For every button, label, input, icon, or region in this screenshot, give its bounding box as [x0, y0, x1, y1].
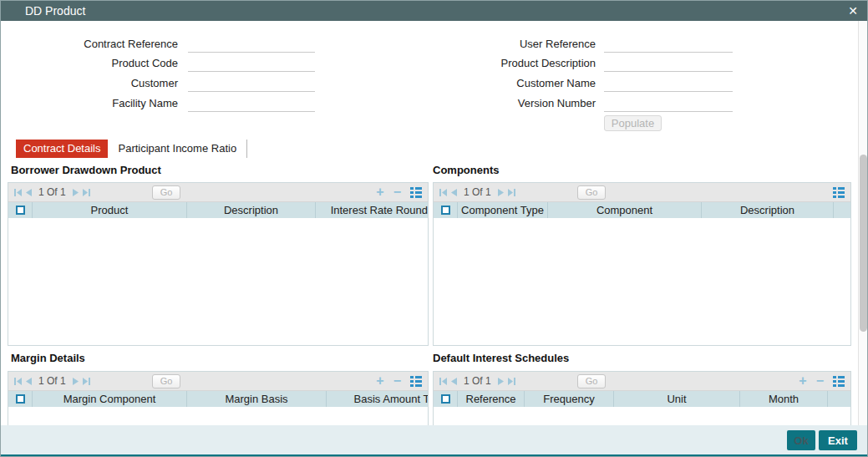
select-all-checkbox[interactable] [16, 394, 25, 404]
customer-name-field[interactable] [604, 79, 733, 92]
column-header-spacer [833, 202, 850, 218]
version-number-field[interactable] [604, 99, 733, 112]
select-all-checkbox[interactable] [16, 206, 25, 215]
column-header-margin-component: Margin Component [32, 391, 186, 407]
grid-view-icon[interactable] [410, 187, 422, 198]
remove-row-icon[interactable]: − [393, 185, 401, 199]
grid-toolbar: 1 Of 1 Go + − [8, 372, 428, 391]
grid-action-icons [833, 187, 845, 198]
remove-row-icon[interactable]: − [816, 374, 824, 388]
grid-action-icons: + − [376, 185, 422, 199]
go-button[interactable]: Go [152, 185, 180, 200]
header-checkbox-cell [8, 202, 32, 218]
first-page-icon[interactable] [14, 378, 22, 385]
select-all-checkbox[interactable] [441, 206, 450, 215]
grid-header-row: Component Type Component Description [434, 202, 850, 218]
first-page-icon[interactable] [14, 189, 22, 196]
grid-action-icons: + − [376, 374, 422, 388]
grid-toolbar: 1 Of 1 Go + − [434, 372, 850, 391]
customer-field[interactable] [188, 79, 315, 92]
customer-label: Customer [11, 77, 178, 90]
next-page-icon[interactable] [498, 378, 504, 385]
next-page-icon[interactable] [73, 378, 79, 385]
grid-view-icon[interactable] [833, 376, 845, 387]
product-code-field[interactable] [188, 58, 315, 72]
header-checkbox-cell [8, 391, 32, 407]
first-page-icon[interactable] [439, 189, 447, 196]
product-code-label: Product Code [11, 57, 178, 70]
grid-toolbar: 1 Of 1 Go [434, 183, 850, 202]
column-header-component: Component [547, 202, 701, 218]
header-checkbox-cell [434, 391, 457, 407]
grid-body[interactable] [434, 218, 850, 345]
exit-button[interactable]: Exit [819, 430, 857, 450]
go-button[interactable]: Go [152, 374, 180, 388]
previous-page-icon[interactable] [26, 189, 32, 196]
last-page-icon[interactable] [83, 189, 90, 196]
section-title-borrower-drawdown-product: Borrower Drawdown Product [11, 164, 161, 176]
last-page-icon[interactable] [508, 378, 515, 385]
add-row-icon[interactable]: + [376, 185, 383, 199]
version-number-label: Version Number [429, 97, 596, 110]
pager-nav: 1 Of 1 [14, 186, 90, 198]
window-title: DD Product [25, 4, 85, 18]
column-header-frequency: Frequency [524, 391, 613, 407]
column-header-interest-rate-rounding: Interest Rate Rounding [315, 202, 429, 218]
column-header-description: Description [701, 202, 833, 218]
grid-body[interactable] [8, 407, 428, 425]
pager-nav: 1 Of 1 [439, 186, 515, 198]
product-description-field[interactable] [604, 58, 733, 72]
tab-contract-details[interactable]: Contract Details [16, 140, 108, 158]
last-page-icon[interactable] [508, 189, 515, 196]
borrower-drawdown-product-grid: 1 Of 1 Go + − Product Description Intere… [8, 182, 429, 346]
components-grid: 1 Of 1 Go Component Type Component Descr… [433, 182, 851, 346]
grid-body[interactable] [8, 218, 428, 345]
ok-button[interactable]: Ok [787, 430, 815, 450]
pager-text: 1 Of 1 [38, 375, 66, 387]
pager-text: 1 Of 1 [464, 375, 491, 387]
grid-view-icon[interactable] [833, 187, 845, 198]
user-reference-field[interactable] [604, 39, 733, 53]
remove-row-icon[interactable]: − [393, 374, 401, 388]
populate-button[interactable]: Populate [604, 115, 662, 131]
grid-body[interactable] [434, 407, 850, 425]
previous-page-icon[interactable] [451, 378, 457, 385]
pager-text: 1 Of 1 [464, 186, 491, 198]
grid-view-icon[interactable] [410, 376, 422, 387]
facility-name-field[interactable] [188, 99, 315, 112]
grid-header-row: Product Description Interest Rate Roundi… [8, 202, 428, 218]
next-page-icon[interactable] [498, 189, 504, 196]
facility-name-label: Facility Name [11, 97, 178, 110]
grid-header-row: Reference Frequency Unit Month [434, 391, 850, 407]
pager-nav: 1 Of 1 [14, 375, 90, 387]
first-page-icon[interactable] [439, 378, 447, 385]
contract-reference-label: Contract Reference [11, 38, 178, 51]
grid-toolbar: 1 Of 1 Go + − [8, 183, 428, 202]
contract-reference-field[interactable] [188, 39, 315, 53]
column-header-basis-amount-tag: Basis Amount Tag [326, 391, 429, 407]
select-all-checkbox[interactable] [441, 394, 450, 404]
tab-participant-income-ratio[interactable]: Participant Income Ratio [108, 140, 247, 158]
add-row-icon[interactable]: + [376, 374, 383, 388]
column-header-description: Description [186, 202, 315, 218]
next-page-icon[interactable] [73, 189, 79, 196]
section-title-components: Components [433, 164, 499, 176]
title-bar: DD Product ✕ [1, 1, 867, 21]
grid-header-row: Margin Component Margin Basis Basis Amou… [8, 391, 428, 407]
section-title-margin-details: Margin Details [11, 352, 85, 364]
previous-page-icon[interactable] [26, 378, 32, 385]
column-header-margin-basis: Margin Basis [186, 391, 326, 407]
product-description-label: Product Description [429, 57, 596, 70]
customer-name-label: Customer Name [429, 77, 596, 90]
add-row-icon[interactable]: + [799, 374, 806, 388]
column-header-product: Product [32, 202, 186, 218]
column-header-unit: Unit [613, 391, 739, 407]
close-icon[interactable]: ✕ [848, 1, 858, 21]
scrollbar-thumb[interactable] [860, 155, 867, 332]
vertical-scrollbar[interactable] [858, 21, 868, 425]
previous-page-icon[interactable] [451, 189, 457, 196]
go-button[interactable]: Go [577, 374, 606, 388]
go-button[interactable]: Go [577, 185, 606, 200]
last-page-icon[interactable] [83, 378, 90, 385]
pager-text: 1 Of 1 [38, 186, 66, 198]
